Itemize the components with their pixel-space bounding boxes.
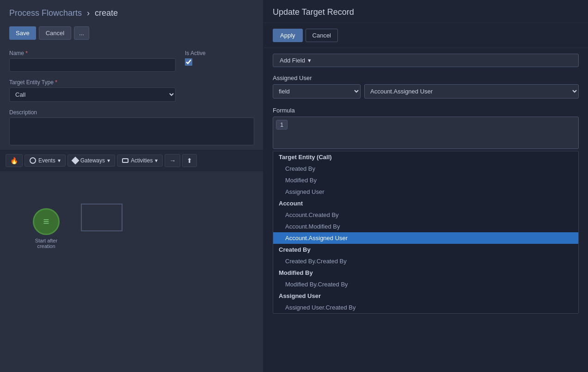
dropdown-item[interactable]: Assigned User (273, 186, 578, 198)
is-active-group: Is Active (185, 50, 206, 66)
start-node-icon: ≡ (33, 208, 60, 235)
dropdown-item[interactable]: Created By (273, 163, 578, 174)
dropdown-item[interactable]: Account.Created By (273, 209, 578, 221)
task-node-rect (81, 204, 122, 231)
apply-button[interactable]: Apply (273, 29, 303, 42)
is-active-label: Is Active (185, 50, 206, 56)
description-label: Description (9, 109, 254, 116)
description-group: Description (9, 109, 254, 145)
target-entity-group: Target Entity Type * Call (9, 79, 254, 102)
task-node[interactable] (81, 204, 122, 231)
activities-chevron-icon: ▾ (155, 157, 158, 164)
formula-box[interactable]: 1 (273, 117, 579, 149)
formula-section: Formula 1 (263, 105, 588, 151)
left-panel: Process Flowcharts › create Save Cancel … (0, 0, 263, 372)
breadcrumb-separator: › (87, 8, 90, 18)
field-type-select[interactable]: field formula value (273, 84, 361, 99)
dropdown-group-header: Account (273, 198, 578, 209)
dropdown-group-header: Created By (273, 244, 578, 255)
activities-rect-icon (122, 158, 129, 163)
right-panel: Update Target Record Apply Cancel Add Fi… (263, 0, 588, 372)
fire-icon-button[interactable]: 🔥 (6, 154, 23, 167)
gateways-chevron-icon: ▾ (107, 157, 110, 164)
formula-label: Formula (273, 107, 579, 114)
save-button[interactable]: Save (9, 26, 36, 40)
dropdown-list: Target Entity (Call)Created ByModified B… (273, 151, 579, 314)
formula-token: 1 (276, 120, 288, 130)
dropdown-item[interactable]: Modified By.Created By (273, 279, 578, 290)
more-button[interactable]: ... (74, 26, 89, 40)
target-entity-label: Target Entity Type * (9, 79, 254, 86)
start-node-label: Start after creation (28, 238, 65, 249)
field-value-select[interactable]: Account.Assigned User (364, 84, 579, 99)
name-label: Name * (9, 50, 176, 56)
breadcrumb-parent[interactable]: Process Flowcharts (9, 8, 82, 18)
add-field-label: Add Field (280, 57, 305, 64)
field-section: Assigned User field formula value Accoun… (263, 73, 588, 105)
dropdown-item[interactable]: Account.Assigned User (273, 232, 578, 244)
dropdown-item[interactable]: Account.Modified By (273, 221, 578, 232)
dropdown-group-header: Modified By (273, 267, 578, 279)
dropdown-item[interactable]: Assigned User.Created By (273, 302, 578, 313)
gateways-diamond-icon (71, 157, 79, 165)
name-row: Name * Is Active (9, 50, 254, 72)
name-group: Name * (9, 50, 176, 72)
dropdown-item[interactable]: Modified By (273, 174, 578, 186)
dropdown-group-header: Target Entity (Call) (273, 151, 578, 163)
activities-button[interactable]: Activities ▾ (117, 155, 163, 167)
panel-cancel-button[interactable]: Cancel (306, 29, 338, 42)
events-circle-icon (30, 157, 36, 164)
flowchart-toolbar: 🔥 Events ▾ Gateways ▾ Activities ▾ → ⬆ (0, 150, 263, 171)
description-textarea[interactable] (9, 118, 254, 145)
cancel-button[interactable]: Cancel (39, 26, 71, 40)
gateways-label: Gateways (80, 157, 105, 164)
dropdown-group-header: Assigned User (273, 290, 578, 302)
is-active-checkbox[interactable] (185, 58, 192, 66)
arrow-button[interactable]: → (165, 154, 180, 167)
breadcrumb: Process Flowcharts › create (0, 0, 263, 23)
name-input[interactable] (9, 58, 176, 72)
panel-actions: Apply Cancel (263, 23, 588, 48)
page-toolbar: Save Cancel ... (0, 23, 263, 45)
form-section: Name * Is Active Target Entity Type * Ca… (0, 45, 263, 150)
events-chevron-icon: ▾ (58, 157, 61, 164)
events-button[interactable]: Events ▾ (24, 155, 66, 167)
target-entity-select[interactable]: Call (9, 87, 176, 102)
field-controls: field formula value Account.Assigned Use… (273, 84, 579, 99)
dropdown-item[interactable]: Created By.Created By (273, 255, 578, 267)
canvas-area: ≡ Start after creation (0, 171, 263, 372)
events-label: Events (38, 157, 55, 164)
activities-label: Activities (131, 157, 153, 164)
breadcrumb-current: create (95, 8, 118, 18)
field-assigned-user-label: Assigned User (273, 74, 579, 81)
panel-title: Update Target Record (263, 0, 588, 23)
start-node[interactable]: ≡ Start after creation (28, 208, 65, 249)
upload-button[interactable]: ⬆ (182, 154, 197, 167)
gateways-button[interactable]: Gateways ▾ (67, 155, 115, 167)
add-field-button[interactable]: Add Field ▾ (273, 54, 579, 67)
add-field-chevron-icon: ▾ (308, 57, 311, 64)
